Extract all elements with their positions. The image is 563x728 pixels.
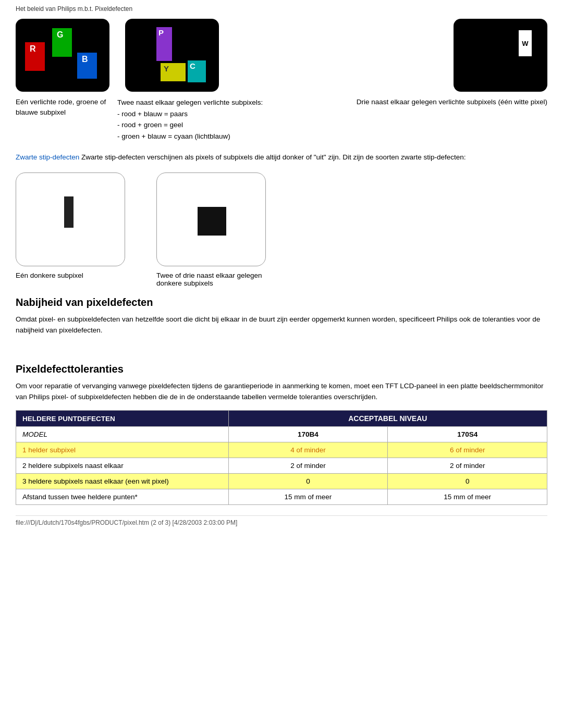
- row-val-s4: 2 of minder: [388, 458, 547, 474]
- table-row: 3 heldere subpixels naast elkaar (een wi…: [16, 474, 547, 489]
- b-label: B: [79, 54, 91, 65]
- red-rect: R: [25, 42, 45, 71]
- table-row: Afstand tussen twee heldere punten*15 mm…: [16, 489, 547, 505]
- zwarte-text: Zwarte stip-defecten Zwarte stip-defecte…: [16, 153, 466, 161]
- rgb-box: R G B: [16, 19, 109, 92]
- table-model-row: MODEL 170B4 170S4: [16, 427, 547, 442]
- dark-images-row: [16, 172, 547, 266]
- c-label: C: [190, 61, 195, 70]
- toleranties-title: Pixeldefecttoleranties: [16, 363, 547, 375]
- multi-dark-box: [156, 172, 266, 266]
- caption-col3-text: Drie naast elkaar gelegen verlichte subp…: [357, 98, 547, 106]
- top-images-row: R G B P Y C W: [16, 19, 547, 92]
- nabijheid-section: Nabijheid van pixeldefecten Omdat pixel-…: [16, 297, 547, 336]
- y-label: Y: [164, 64, 169, 73]
- nabijheid-body: Omdat pixel- en subpixeldefecten van het…: [16, 314, 547, 336]
- table-header-right: ACCEPTABEL NIVEAU: [228, 411, 547, 427]
- caption-col1-text: Eén verlichte rode, groene of blauwe sub…: [16, 98, 106, 116]
- caption-col2-line3: - groen + blauw = cyaan (lichtblauw): [117, 132, 230, 140]
- row-val-s4: 15 mm of meer: [388, 489, 547, 505]
- status-bar: file:///D|/L/dutch/170s4fgbs/PRODUCT/pix…: [16, 515, 547, 526]
- caption-col2-line2: - rood + groen = geel: [117, 121, 183, 129]
- r-label: R: [27, 43, 39, 55]
- row-val-s4: 0: [388, 474, 547, 489]
- dark-subpixel-large: [198, 207, 226, 236]
- zwarte-body: Zwarte stip-defecten verschijnen als pix…: [79, 153, 466, 161]
- defects-table: HELDERE PUNTDEFECTEN ACCEPTABEL NIVEAU M…: [16, 410, 547, 505]
- top-captions-row: Eén verlichte rode, groene of blauwe sub…: [16, 97, 547, 142]
- white-rect: W: [519, 30, 532, 56]
- row-val-b4: 15 mm of meer: [228, 489, 388, 505]
- single-dark-box: [16, 172, 125, 266]
- row-label: 1 helder subpixel: [16, 442, 229, 458]
- yellow-rect: Y: [161, 63, 186, 81]
- pyc-box: P Y C: [125, 19, 219, 92]
- g-label: G: [54, 29, 66, 41]
- dark-subpixel-small: [64, 196, 74, 228]
- dark-cap1: Eén donkere subpixel: [16, 272, 125, 287]
- dark-cap2: Twee of drie naast elkaar gelegen donker…: [156, 272, 266, 287]
- model-label: MODEL: [16, 427, 229, 442]
- purple-rect: P: [156, 27, 172, 61]
- caption-col2-title: Twee naast elkaar gelegen verlichte subp…: [117, 98, 263, 106]
- blue-rect: B: [77, 53, 97, 79]
- table-header-left: HELDERE PUNTDEFECTEN: [16, 411, 229, 427]
- row-label: 3 heldere subpixels naast elkaar (een wi…: [16, 474, 229, 489]
- nabijheid-title: Nabijheid van pixeldefecten: [16, 297, 547, 309]
- row-val-b4: 2 of minder: [228, 458, 388, 474]
- model-170b4: 170B4: [228, 427, 388, 442]
- caption-col3: Drie naast elkaar gelegen verlichte subp…: [357, 97, 547, 107]
- caption-col1: Eén verlichte rode, groene of blauwe sub…: [16, 97, 107, 118]
- toleranties-section: Pixeldefecttoleranties Om voor reparatie…: [16, 363, 547, 403]
- green-rect: G: [52, 28, 72, 57]
- zwarte-section: Zwarte stip-defecten Zwarte stip-defecte…: [16, 152, 547, 163]
- row-val-b4: 4 of minder: [228, 442, 388, 458]
- row-label: Afstand tussen twee heldere punten*: [16, 489, 229, 505]
- table-header-row: HELDERE PUNTDEFECTEN ACCEPTABEL NIVEAU: [16, 411, 547, 427]
- zwarte-link[interactable]: Zwarte stip-defecten: [16, 153, 79, 161]
- p-label: P: [158, 28, 164, 37]
- caption-col2-line1: - rood + blauw = paars: [117, 110, 188, 118]
- spacer2: [16, 343, 547, 354]
- row-val-s4: 6 of minder: [388, 442, 547, 458]
- toleranties-body: Om voor reparatie of vervanging vanwege …: [16, 380, 547, 403]
- row-val-b4: 0: [228, 474, 388, 489]
- table-row: 2 heldere subpixels naast elkaar2 of min…: [16, 458, 547, 474]
- w-label: W: [522, 40, 528, 47]
- row-label: 2 heldere subpixels naast elkaar: [16, 458, 229, 474]
- dark-captions-row: Eén donkere subpixel Twee of drie naast …: [16, 272, 547, 287]
- model-170s4: 170S4: [388, 427, 547, 442]
- table-body: 1 helder subpixel4 of minder6 of minder2…: [16, 442, 547, 505]
- cyan-rect: C: [188, 60, 206, 82]
- caption-col2: Twee naast elkaar gelegen verlichte subp…: [117, 97, 346, 142]
- table-row: 1 helder subpixel4 of minder6 of minder: [16, 442, 547, 458]
- page-header: Het beleid van Philips m.b.t. Pixeldefec…: [16, 5, 547, 13]
- white-pixel-box: W: [454, 19, 547, 92]
